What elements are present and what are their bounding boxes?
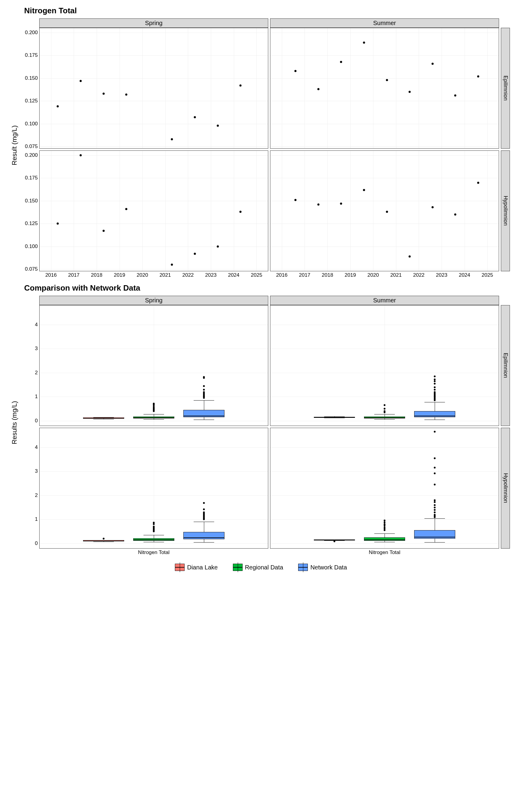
outlier-point [434,472,436,474]
y-tick-label: 0.075 [25,143,40,149]
data-point [194,252,196,255]
y-tick-label: 1 [35,393,40,400]
panel-summer-hypolimnion: 2016201720182019202020212022202320242025 [270,150,499,271]
outlier-point [203,508,205,510]
boxpanel-spring-hypo: 01234Nitrogen Total [39,428,268,549]
panel-spring-epilimnion: 0.0750.1000.1250.1500.1750.200 [39,28,268,149]
row-strip-epi: Epilimnion [501,28,510,149]
data-point [431,206,434,208]
x-tick-label: 2022 [182,271,194,278]
x-tick-label: 2018 [322,271,333,278]
outlier-point [384,410,385,412]
outlier-point [103,538,104,540]
legend-key-regional [233,564,243,571]
boxplot-title: Comparison with Network Data [24,283,513,293]
outlier-point [153,522,155,524]
data-point [363,189,365,191]
row-strip-hypo-2: Hypolimnion [501,428,510,549]
x-tick-label: 2023 [436,271,447,278]
outlier-point [334,541,335,542]
y-tick-label: 0.150 [25,198,40,204]
outlier-point [203,389,205,391]
y-tick-label: 0.150 [25,75,40,81]
data-point [125,94,127,96]
y-tick-label: 3 [35,468,40,474]
data-point [340,61,342,63]
data-point [477,182,479,184]
legend-label-regional: Regional Data [245,564,283,571]
x-tick-label: 2021 [390,271,402,278]
data-point [171,263,173,266]
data-point [80,80,82,82]
outlier-point [434,484,436,485]
x-tick-label: 2016 [276,271,287,278]
x-tick-label: 2017 [299,271,310,278]
x-tick-label: 2020 [367,271,379,278]
outlier-point [384,522,385,523]
boxplot-ylabel: Results (mg/L) [11,401,18,444]
y-tick-label: 0.125 [25,98,40,104]
data-point [477,75,479,77]
boxpanel-spring-epi: 01234 [39,305,268,426]
boxplot-box [414,411,455,417]
data-point [80,154,82,157]
outlier-point [434,467,436,469]
x-tick-label: 2024 [459,271,470,278]
outlier-point [434,511,436,513]
outlier-point [384,523,385,525]
data-point [454,95,457,97]
outlier-point [153,403,155,405]
x-tick-label: 2016 [45,271,57,278]
boxplot-box [414,530,455,539]
y-tick-label: 4 [35,444,40,450]
y-tick-label: 4 [35,322,40,328]
data-point [102,93,104,95]
boxplot-chart: Comparison with Network Data Results (mg… [9,283,513,549]
outlier-point [434,383,436,385]
col-strip-summer-2: Summer [270,296,499,305]
outlier-point [203,385,205,387]
data-point [102,230,104,232]
data-point [386,211,388,213]
boxpanel-summer-epi [270,305,499,426]
col-strip-spring-2: Spring [39,296,268,305]
data-point [217,245,219,247]
data-point [295,70,297,72]
outlier-point [384,408,385,410]
y-tick-label: 0.200 [25,29,40,36]
col-strip-summer: Summer [270,18,499,28]
outlier-point [434,375,436,377]
x-category-label: Nitrogen Total [369,548,401,555]
data-point [317,203,319,205]
data-point [57,223,59,225]
x-tick-label: 2018 [91,271,102,278]
data-point [409,91,411,93]
y-tick-label: 0 [35,418,40,424]
legend-item-regional: Regional Data [233,564,283,571]
data-point [386,79,388,81]
data-point [125,208,127,210]
outlier-point [434,501,436,503]
data-point [295,199,297,201]
panel-summer-epilimnion [270,28,499,149]
data-point [454,214,457,216]
data-point [194,116,196,118]
x-tick-label: 2025 [251,271,262,278]
legend-item-diana: Diana Lake [175,564,218,571]
legend-label-diana: Diana Lake [187,564,218,571]
outlier-point [203,376,205,378]
outlier-point [153,407,155,408]
boxpanel-summer-hypo: Nitrogen Total [270,428,499,549]
y-tick-label: 2 [35,370,40,376]
data-point [171,138,173,140]
outlier-point [434,380,436,382]
legend-item-network: Network Data [298,564,347,571]
y-tick-label: 0 [35,541,40,546]
outlier-point [434,507,436,508]
outlier-point [434,391,436,393]
data-point [409,255,411,257]
data-point [217,124,219,126]
outlier-point [434,458,436,459]
x-tick-label: 2025 [482,271,493,278]
y-tick-label: 3 [35,346,40,352]
